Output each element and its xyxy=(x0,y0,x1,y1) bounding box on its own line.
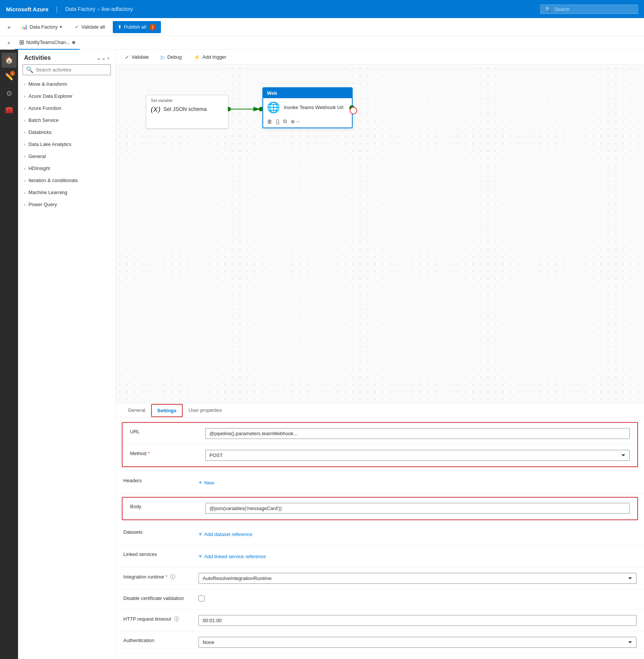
disable-cert-checkbox[interactable] xyxy=(199,595,205,601)
body-label: Body xyxy=(130,503,205,509)
tab-bar: » ⊞ NotifiyTeamsChan... xyxy=(0,36,644,50)
set-variable-node[interactable]: Set variable (x) Set JSON schema xyxy=(146,95,229,129)
tab-settings[interactable]: Settings xyxy=(151,404,182,417)
sidebar-manage-button[interactable]: 🧰 xyxy=(2,102,17,117)
info-icon[interactable]: ⓘ xyxy=(170,574,175,580)
web-node[interactable]: Web 🌐 Invoke Teams Webhook Url 🗑 {} ⧉ ⊕→ xyxy=(262,87,353,128)
expand-icon[interactable]: ‹ xyxy=(108,55,109,61)
integration-runtime-select[interactable]: AutoResolveIntegrationRuntime xyxy=(199,573,636,584)
activity-group-label: General xyxy=(29,153,46,159)
publish-icon: ⬆ xyxy=(118,24,122,30)
activity-group-label: Move & transform xyxy=(29,81,67,87)
breadcrumb-live-adfactory[interactable]: live-adfactory xyxy=(102,6,133,12)
expand-icon[interactable]: » xyxy=(5,23,14,32)
body-value xyxy=(205,503,630,514)
add-linked-service-button[interactable]: + Add linked service reference xyxy=(199,551,636,562)
data-factory-button[interactable]: 📊 Data Factory ▾ xyxy=(17,21,67,32)
tab-expand-icon[interactable]: » xyxy=(5,39,13,47)
authentication-value: None Basic ClientCertificate ManagedIden… xyxy=(199,637,636,648)
nav-separator: | xyxy=(56,5,58,13)
debug-icon: ▷ xyxy=(161,54,165,60)
body-input[interactable] xyxy=(205,503,630,514)
integration-runtime-label: Integration runtime * ⓘ xyxy=(123,573,199,580)
pipeline-tab[interactable]: ⊞ NotifiyTeamsChan... xyxy=(15,36,80,50)
data-factory-icon: 📊 xyxy=(21,24,27,30)
activities-title: Activities xyxy=(24,55,51,61)
search-box[interactable]: 🔍 Search xyxy=(540,5,638,14)
settings-panel: General Settings User properties URL xyxy=(116,403,644,659)
tab-user-properties[interactable]: User properties xyxy=(183,404,228,418)
add-header-button[interactable]: + New xyxy=(199,477,636,488)
url-input[interactable] xyxy=(205,428,630,439)
publish-all-button[interactable]: ⬆ Publish all 1 xyxy=(113,21,161,33)
sidebar-monitor-button[interactable]: ⊙ xyxy=(2,86,17,101)
collapse-icon[interactable]: ⌄⌄ xyxy=(96,54,106,61)
chevron-down-icon: ▾ xyxy=(60,24,62,29)
activity-group-hdinsight[interactable]: › HDInsight xyxy=(18,162,115,175)
activity-group-general[interactable]: › General xyxy=(18,150,115,162)
activity-group-label: Power Query xyxy=(29,202,57,207)
validate-button[interactable]: ✓ Validate xyxy=(122,53,152,62)
activity-group-label: Batch Service xyxy=(29,117,59,123)
chevron-right-icon: › xyxy=(24,130,26,135)
chevron-right-icon: › xyxy=(24,118,26,123)
add-trigger-label: Add trigger xyxy=(202,54,226,60)
validate-all-button[interactable]: ✓ Validate all xyxy=(70,21,110,32)
activity-group-machine-learning[interactable]: › Machine Learning xyxy=(18,187,115,199)
sidebar-edit-button[interactable]: ✏️ 1 xyxy=(2,69,17,84)
delete-icon[interactable]: 🗑 xyxy=(267,118,272,125)
validate-all-label: Validate all xyxy=(81,24,105,30)
activity-group-iteration-conditionals[interactable]: › Iteration & conditionals xyxy=(18,175,115,187)
activity-group-azure-data-explorer[interactable]: › Azure Data Explorer xyxy=(18,90,115,102)
connection-arrow xyxy=(228,105,265,113)
chevron-right-icon: › xyxy=(24,106,26,111)
publish-all-label: Publish all xyxy=(124,24,146,30)
external-link-icon[interactable]: ⊕→ xyxy=(291,118,300,125)
activity-group-label: Databricks xyxy=(29,129,52,135)
data-factory-label: Data Factory xyxy=(30,24,58,30)
add-header-label: New xyxy=(204,480,214,486)
breadcrumb-data-factory[interactable]: Data Factory xyxy=(65,6,95,12)
url-value xyxy=(205,428,630,439)
code-icon[interactable]: {} xyxy=(276,118,279,125)
activity-group-power-query[interactable]: › Power Query xyxy=(18,199,115,211)
activities-controls[interactable]: ⌄⌄ ‹ xyxy=(96,54,109,61)
add-trigger-button[interactable]: ⚡ Add trigger xyxy=(191,53,229,62)
activity-group-label: Azure Function xyxy=(29,105,61,111)
search-activities-box[interactable]: 🔍 xyxy=(23,64,111,75)
search-icon: 🔍 xyxy=(26,66,33,73)
add-dataset-label: Add dataset reference xyxy=(204,531,252,537)
activity-group-batch-service[interactable]: › Batch Service xyxy=(18,114,115,126)
add-dataset-button[interactable]: + Add dataset reference xyxy=(199,528,636,540)
disable-cert-label: Disable certificate validation xyxy=(123,595,199,601)
brand-name: Microsoft Azure xyxy=(6,6,48,12)
integration-runtime-row: Integration runtime * ⓘ AutoResolveInteg… xyxy=(116,568,644,589)
method-label: Method * xyxy=(130,450,205,456)
tab-unsaved-dot xyxy=(72,41,75,44)
info-icon[interactable]: ⓘ xyxy=(174,616,179,622)
web-node-body: 🌐 Invoke Teams Webhook Url xyxy=(263,98,352,117)
http-timeout-input[interactable] xyxy=(199,615,636,626)
activity-group-data-lake-analytics[interactable]: › Data Lake Analytics xyxy=(18,138,115,150)
search-activities-input[interactable] xyxy=(36,67,108,73)
activity-group-label: Azure Data Explorer xyxy=(29,93,73,99)
copy-icon[interactable]: ⧉ xyxy=(283,118,287,125)
debug-button[interactable]: ▷ Debug xyxy=(158,53,185,62)
breadcrumb: Data Factory › live-adfactory xyxy=(65,6,133,12)
sidebar-home-button[interactable]: 🏠 xyxy=(2,53,17,68)
activity-group-move-transform[interactable]: › Move & transform xyxy=(18,78,115,90)
tab-general[interactable]: General xyxy=(122,404,151,418)
method-select[interactable]: POST GET PUT DELETE PATCH xyxy=(205,450,630,461)
activity-group-databricks[interactable]: › Databricks xyxy=(18,126,115,138)
activity-group-azure-function[interactable]: › Azure Function xyxy=(18,102,115,114)
pipeline-icon: ⊞ xyxy=(19,39,24,46)
required-indicator: * xyxy=(165,574,167,580)
settings-tabs: General Settings User properties xyxy=(116,404,644,418)
tab-general-label: General xyxy=(128,407,145,413)
add-linked-service-label: Add linked service reference xyxy=(204,554,266,559)
headers-label: Headers xyxy=(123,477,199,483)
svg-point-0 xyxy=(228,107,231,111)
chevron-right-icon: › xyxy=(24,202,26,207)
canvas-toolbar: ✓ Validate ▷ Debug ⚡ Add trigger xyxy=(116,50,644,65)
authentication-select[interactable]: None Basic ClientCertificate ManagedIden… xyxy=(199,637,636,648)
